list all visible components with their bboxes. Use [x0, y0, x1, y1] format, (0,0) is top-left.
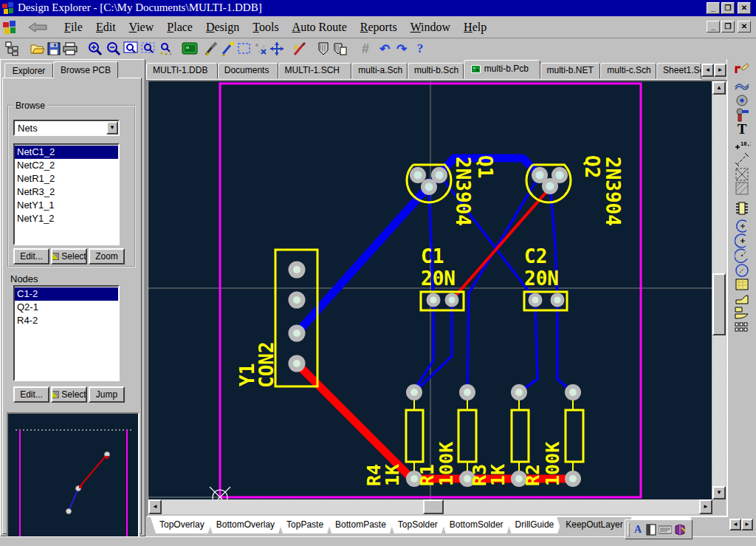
string-tool-icon[interactable]: T [733, 122, 751, 137]
v-scroll-thumb[interactable] [712, 273, 726, 335]
highlight-pen-icon[interactable] [220, 41, 236, 57]
zoom-out-icon[interactable] [106, 41, 122, 57]
list-item[interactable]: NetC2_2 [15, 159, 118, 172]
restore-button[interactable]: ❐ [721, 2, 735, 14]
panel-toggle-icon[interactable] [646, 524, 656, 536]
library-doc-icon[interactable] [331, 41, 348, 57]
menu-place[interactable]: Place [160, 18, 199, 36]
scroll-left-icon[interactable]: ◄ [148, 499, 162, 514]
nets-list[interactable]: NetC1_2 NetC2_2 NetR1_2 NetR3_2 NetY1_1 … [13, 143, 120, 245]
list-item[interactable]: C1-2 [15, 287, 118, 301]
room-tool-icon[interactable] [733, 167, 751, 182]
layer-tab-active[interactable]: KeepOutLayer [557, 517, 631, 533]
scroll-down-icon[interactable]: ▼ [712, 486, 726, 499]
move-icon[interactable] [269, 41, 285, 57]
nodes-list[interactable]: C1-2 Q2-1 R4-2 [13, 285, 120, 381]
menu-reports[interactable]: Reports [354, 18, 404, 36]
menu-edit[interactable]: Edit [89, 18, 123, 36]
move-selection-icon[interactable] [252, 41, 269, 57]
h-scroll-thumb[interactable] [423, 499, 444, 514]
doc-tabs-scroll-left-icon[interactable]: ◄ [701, 64, 714, 77]
close-button[interactable]: ✕ [738, 2, 751, 14]
glue-tool-icon[interactable] [204, 41, 220, 57]
doc-tab[interactable]: multi-b.Sch [408, 63, 464, 79]
pad-tool-icon[interactable] [733, 108, 751, 123]
browse-mode-dropdown-icon[interactable]: ▼ [106, 121, 118, 134]
doc-tab[interactable]: MULTI-1.SCH [278, 63, 352, 79]
via-tool-icon[interactable] [733, 93, 751, 108]
layer-tabs-scroll-left-icon[interactable]: ◄ [729, 519, 741, 530]
grid-icon[interactable]: # [357, 41, 374, 57]
doc-tab[interactable]: multi-c.Sch [600, 63, 656, 79]
menu-help[interactable]: Help [457, 18, 493, 36]
node-jump-button[interactable]: Jump [89, 386, 125, 403]
list-item[interactable]: NetC1_2 [15, 146, 118, 159]
pcb-canvas[interactable]: Q1 2N3904 Q2 2N3904 C1 20N C2 20N Y1 CON… [148, 81, 712, 499]
menu-window[interactable]: Window [404, 18, 457, 36]
net-zoom-button[interactable]: Zoom [89, 248, 125, 265]
print-icon[interactable] [62, 41, 78, 57]
select-area-icon[interactable] [236, 41, 252, 57]
arc-angle-tool-icon[interactable] [733, 248, 751, 263]
undo-icon[interactable]: ↶ [377, 41, 393, 57]
layer-tab[interactable]: TopOverlay [151, 517, 213, 533]
mdi-minimize-button[interactable]: _ [707, 21, 720, 33]
browse-mode-select[interactable]: Nets [13, 120, 120, 136]
component-tool-icon[interactable] [733, 201, 751, 216]
document-logo-icon[interactable] [3, 21, 16, 34]
toolbar-grip[interactable] [628, 522, 630, 536]
interactive-routing-icon[interactable] [733, 62, 751, 77]
list-item[interactable]: R4-2 [15, 314, 118, 327]
net-edit-button[interactable]: Edit... [13, 248, 49, 265]
doc-tab[interactable]: multi-a.Sch [351, 63, 408, 79]
help-icon[interactable]: ? [412, 41, 428, 57]
layer-tab[interactable]: DrillGuide [506, 517, 563, 533]
v-scrollbar[interactable]: ▲ ▼ [712, 81, 726, 499]
tab-explorer[interactable]: Explorer [4, 63, 53, 78]
zoom-in-icon[interactable] [87, 41, 103, 57]
minimize-button[interactable]: _ [707, 2, 720, 14]
circle-tool-icon[interactable] [733, 263, 751, 278]
library-icon[interactable] [315, 41, 331, 57]
scroll-up-icon[interactable]: ▲ [712, 81, 726, 95]
dimension-tool-icon[interactable] [733, 152, 751, 167]
keyboard-icon[interactable] [659, 525, 672, 534]
doc-tab[interactable]: MULTI-1.DDB [146, 63, 218, 79]
arc-edge-tool-icon[interactable] [733, 219, 751, 233]
open-icon[interactable] [30, 41, 46, 57]
layer-tab[interactable]: BottomOverlay [207, 517, 284, 533]
doc-tab[interactable]: Sheet1.Sch [656, 63, 701, 79]
wizard-icon[interactable] [291, 41, 307, 57]
h-scrollbar[interactable]: ◄ ► [148, 499, 712, 514]
doc-tab-active[interactable]: multi-b.Pcb [464, 60, 540, 79]
help-book-icon[interactable] [674, 524, 686, 536]
zoom-window-icon[interactable] [123, 41, 139, 57]
polygon-plane-tool-icon[interactable] [733, 291, 751, 306]
arc-center-tool-icon[interactable] [733, 233, 751, 248]
scroll-right-icon[interactable]: ► [699, 499, 712, 514]
doc-tabs-scroll-right-icon[interactable]: ► [714, 64, 726, 77]
layer-tabs-scroll-right-icon[interactable]: ► [741, 519, 753, 530]
explorer-toggle-icon[interactable] [4, 41, 21, 57]
save-icon[interactable] [46, 41, 62, 57]
redo-icon[interactable]: ↷ [394, 41, 410, 57]
list-item[interactable]: NetR1_2 [15, 172, 118, 185]
zoom-selection-icon[interactable] [158, 41, 174, 57]
menu-view[interactable]: View [123, 18, 161, 36]
coordinate-tool-icon[interactable]: 10,10 [733, 137, 751, 152]
fill-tool-icon[interactable] [733, 181, 751, 196]
list-item[interactable]: NetR3_2 [15, 185, 118, 199]
doc-tab[interactable]: Documents [218, 63, 278, 79]
fill-rect-tool-icon[interactable] [733, 277, 751, 292]
mdi-close-button[interactable]: ✕ [738, 21, 751, 33]
split-plane-tool-icon[interactable] [733, 305, 751, 320]
menu-file[interactable]: File [58, 18, 89, 36]
pad-array-tool-icon[interactable] [733, 320, 751, 335]
tab-browse-pcb[interactable]: Browse PCB [53, 61, 118, 78]
list-item[interactable]: NetY1_1 [15, 199, 118, 212]
mdi-restore-button[interactable]: ❐ [721, 21, 735, 33]
board-preview[interactable] [7, 412, 140, 546]
board-view-icon[interactable] [182, 41, 198, 57]
doc-tab[interactable]: multi-b.NET [540, 63, 601, 79]
layer-tab[interactable]: TopPaste [278, 517, 332, 533]
